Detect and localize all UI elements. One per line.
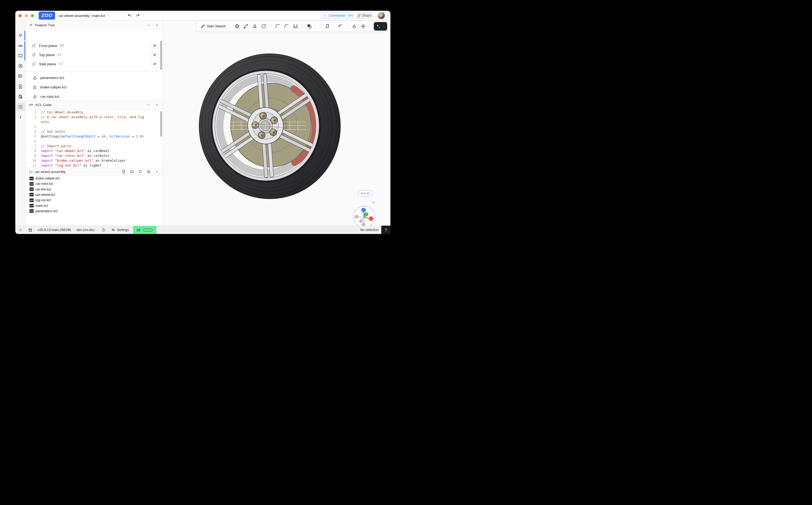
code-line[interactable]: nuts. <box>25 120 163 124</box>
panel-menu-button[interactable] <box>146 23 151 28</box>
code-line[interactable]: 11import "lug-nut.kcl" as lugNut <box>25 163 163 168</box>
code-line[interactable]: 4// Set units <box>25 129 163 134</box>
active-pane-indicator <box>24 41 25 51</box>
environment-label[interactable]: dev.zoo.dev <box>76 228 94 232</box>
rail-item-report-issue[interactable]: ! <box>16 113 25 122</box>
feature-tree-import-brake-caliper.kcl[interactable]: brake-caliper.kcl <box>25 82 163 92</box>
toggle-visibility-button[interactable] <box>152 61 158 67</box>
feature-tree-row-front-plane[interactable]: Front plane XZ <box>25 41 163 50</box>
chevron-down-icon[interactable] <box>313 25 316 28</box>
file-row-lug-nut.kcl[interactable]: kcl lug-nut.kcl <box>25 197 163 203</box>
code-line[interactable]: 5@settings(defaultLengthUnit = in, kclVe… <box>25 134 163 139</box>
redo-button[interactable] <box>135 13 141 18</box>
file-row-main.kcl[interactable]: kcl main.kcl <box>25 203 163 208</box>
machine-status-icon[interactable] <box>28 228 32 232</box>
chevron-down-icon[interactable] <box>372 201 375 204</box>
chevron-down-icon[interactable] <box>382 25 385 28</box>
terminal-prompt-icon: >_ <box>324 14 327 17</box>
refresh-button[interactable] <box>138 169 143 174</box>
code-scrollbar[interactable] <box>160 111 162 137</box>
rail-item-project-files[interactable] <box>16 51 25 60</box>
helix-button[interactable] <box>336 22 344 30</box>
zoom-window-button[interactable] <box>31 14 34 17</box>
car-wheel-model[interactable] <box>185 43 347 209</box>
rail-item-variables[interactable] <box>16 61 25 70</box>
settings-icon[interactable] <box>111 228 115 232</box>
insert-button[interactable] <box>350 22 358 30</box>
code-line[interactable]: 6 <box>25 139 163 144</box>
extrude-button[interactable] <box>233 22 241 30</box>
app-version[interactable]: v25.8.13-main.2681ffb <box>38 228 71 232</box>
close-window-button[interactable] <box>19 14 21 17</box>
sweep-button[interactable] <box>242 22 250 30</box>
feature-tree-row-side-plane[interactable]: Side plane YZ <box>25 59 163 68</box>
undo-button[interactable] <box>127 13 133 18</box>
file-row-parameters.kcl[interactable]: kcl parameters.kcl <box>25 208 163 214</box>
code-line[interactable]: 7// Import parts <box>25 144 163 149</box>
file-row-car-wheel.kcl[interactable]: kcl car-wheel.kcl <box>25 192 163 197</box>
start-sketch-button[interactable]: Start Sketch <box>199 22 227 30</box>
feature-tree-import-car-rotor.kcl[interactable]: car-rotor.kcl <box>25 92 163 101</box>
network-status-icon[interactable] <box>18 228 23 232</box>
offset-plane-button[interactable] <box>324 22 335 30</box>
code-line[interactable]: 8import "car-wheel.kcl" as carWheel <box>25 149 163 153</box>
feature-tree-row-top-plane[interactable]: Top plane XY <box>25 50 163 59</box>
rail-item-import-file[interactable] <box>16 82 25 91</box>
revolve-button[interactable] <box>260 22 268 30</box>
orientation-gizmo[interactable] <box>353 206 375 228</box>
code-line[interactable]: 10import "brake-caliper.kcl" as brakeCal… <box>25 158 163 163</box>
panel-menu-button[interactable] <box>146 102 151 107</box>
loft-button[interactable] <box>251 22 259 30</box>
3d-viewport[interactable]: Start Sketch <box>163 20 390 226</box>
rail-item-export-file[interactable] <box>16 93 25 101</box>
toggle-visibility-button[interactable] <box>152 43 158 49</box>
unit-badge[interactable]: in <box>357 190 373 196</box>
text-to-cad-button[interactable] <box>374 22 387 31</box>
help-button[interactable]: ? <box>381 226 390 234</box>
close-icon[interactable] <box>155 23 159 28</box>
file-row-car-tire.kcl[interactable]: kcl car-tire.kcl <box>25 187 163 192</box>
rail-item-feature-tree[interactable] <box>16 31 25 40</box>
axis-z[interactable] <box>361 208 366 212</box>
settings-label[interactable]: Settings <box>117 228 129 232</box>
fillet-button[interactable] <box>274 22 282 30</box>
new-file-button[interactable] <box>121 169 126 174</box>
rail-item-logs[interactable] <box>16 72 25 80</box>
feature-tree-scrollbar[interactable] <box>160 41 162 70</box>
chevron-down-icon[interactable] <box>331 25 334 28</box>
file-row-brake-caliper.kcl[interactable]: kcl brake-caliper.kcl <box>25 176 163 181</box>
code-line[interactable]: 2// A car wheel assembly with a rotor, t… <box>25 115 163 120</box>
new-folder-button[interactable] <box>130 169 134 174</box>
rail-item-make[interactable] <box>16 103 25 111</box>
code-line[interactable]: 3 <box>25 124 163 129</box>
axis-x[interactable] <box>369 216 373 221</box>
code-line[interactable]: 1// Car Wheel Assembly <box>25 110 163 115</box>
file-row-car-rotor.kcl[interactable]: kcl car-rotor.kcl <box>25 181 163 186</box>
chevron-down-icon[interactable] <box>367 25 370 28</box>
share-button[interactable]: Share <box>356 12 372 19</box>
feature-tree-import-parameters.kcl[interactable]: parameters.kcl <box>25 73 163 82</box>
axis-y[interactable] <box>364 212 368 216</box>
axis-neg-y[interactable] <box>359 219 363 223</box>
chamfer-button[interactable] <box>283 22 291 30</box>
plane-axis-tag: YZ <box>58 62 63 66</box>
boolean-button[interactable] <box>306 22 317 30</box>
commands-button[interactable]: >_ Commands ⌘K <box>321 12 353 19</box>
code-editor[interactable]: 1// Car Wheel Assembly2// A car wheel as… <box>25 110 163 168</box>
rail-item-kcl-code[interactable]: </> <box>16 42 25 50</box>
collapse-button[interactable] <box>146 169 151 174</box>
shell-button[interactable] <box>292 22 299 30</box>
move-button[interactable] <box>359 22 371 30</box>
close-button[interactable] <box>155 169 159 174</box>
project-menu-button[interactable]: car-wheel-assembly / main.kcl <box>58 12 110 19</box>
minimize-window-button[interactable] <box>25 14 28 17</box>
timer-icon[interactable] <box>102 228 105 232</box>
close-icon[interactable] <box>155 102 159 107</box>
avatar[interactable] <box>377 12 385 19</box>
code-line[interactable]: 9import "car-rotor.kcl" as carRotor <box>25 153 163 158</box>
axis-neg-x[interactable] <box>355 215 358 219</box>
zoo-logo[interactable]: ZOO <box>39 12 55 20</box>
chevron-down-icon[interactable] <box>387 14 389 17</box>
toggle-visibility-button[interactable] <box>152 52 158 58</box>
credits-badge[interactable]: 20 <box>133 226 156 234</box>
